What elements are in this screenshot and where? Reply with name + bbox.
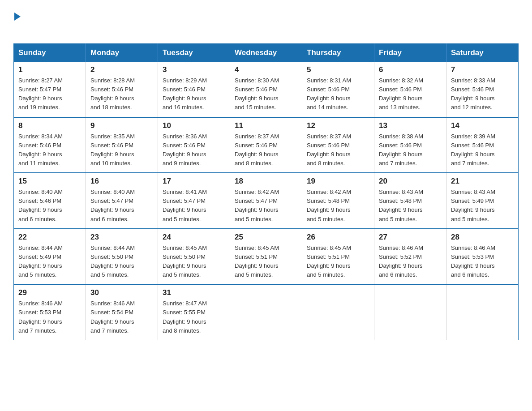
calendar-week-row: 15 Sunrise: 8:40 AM Sunset: 5:46 PM Dayl… [14,173,519,229]
day-info: Sunrise: 8:44 AM Sunset: 5:50 PM Dayligh… [90,244,153,280]
day-number: 24 [163,233,225,242]
calendar-cell [230,284,302,340]
day-info: Sunrise: 8:34 AM Sunset: 5:46 PM Dayligh… [18,132,81,168]
day-info: Sunrise: 8:37 AM Sunset: 5:46 PM Dayligh… [235,132,297,168]
calendar-cell [446,284,519,340]
day-number: 25 [235,233,297,242]
day-info: Sunrise: 8:36 AM Sunset: 5:46 PM Dayligh… [163,132,225,168]
calendar-cell: 17 Sunrise: 8:41 AM Sunset: 5:47 PM Dayl… [158,173,230,229]
day-number: 20 [379,177,442,186]
day-header-wednesday: Wednesday [230,44,302,62]
day-info: Sunrise: 8:30 AM Sunset: 5:46 PM Dayligh… [235,76,297,112]
calendar-cell: 2 Sunrise: 8:28 AM Sunset: 5:46 PM Dayli… [86,62,158,117]
calendar-cell: 30 Sunrise: 8:46 AM Sunset: 5:54 PM Dayl… [86,284,158,340]
day-number: 19 [307,177,369,186]
calendar-cell: 19 Sunrise: 8:42 AM Sunset: 5:48 PM Dayl… [302,173,374,229]
day-number: 8 [18,121,81,130]
calendar-cell: 8 Sunrise: 8:34 AM Sunset: 5:46 PM Dayli… [14,117,86,173]
day-number: 11 [235,121,297,130]
day-info: Sunrise: 8:43 AM Sunset: 5:49 PM Dayligh… [451,188,514,224]
day-number: 14 [451,121,514,130]
calendar-cell: 16 Sunrise: 8:40 AM Sunset: 5:47 PM Dayl… [86,173,158,229]
calendar-cell: 11 Sunrise: 8:37 AM Sunset: 5:46 PM Dayl… [230,117,302,173]
calendar-cell: 28 Sunrise: 8:46 AM Sunset: 5:53 PM Dayl… [446,229,519,285]
calendar-week-row: 1 Sunrise: 8:27 AM Sunset: 5:47 PM Dayli… [14,62,519,117]
day-info: Sunrise: 8:38 AM Sunset: 5:46 PM Dayligh… [379,132,442,168]
day-header-thursday: Thursday [302,44,374,62]
calendar-cell: 24 Sunrise: 8:45 AM Sunset: 5:50 PM Dayl… [158,229,230,285]
day-info: Sunrise: 8:28 AM Sunset: 5:46 PM Dayligh… [90,76,153,112]
calendar-cell: 6 Sunrise: 8:32 AM Sunset: 5:46 PM Dayli… [374,62,446,117]
calendar-cell [302,284,374,340]
calendar-cell: 5 Sunrise: 8:31 AM Sunset: 5:46 PM Dayli… [302,62,374,117]
calendar-cell: 20 Sunrise: 8:43 AM Sunset: 5:48 PM Dayl… [374,173,446,229]
day-number: 4 [235,65,297,74]
day-info: Sunrise: 8:27 AM Sunset: 5:47 PM Dayligh… [18,76,81,112]
day-info: Sunrise: 8:33 AM Sunset: 5:46 PM Dayligh… [451,76,514,112]
day-number: 29 [18,288,81,297]
calendar-cell: 7 Sunrise: 8:33 AM Sunset: 5:46 PM Dayli… [446,62,519,117]
calendar-cell: 12 Sunrise: 8:37 AM Sunset: 5:46 PM Dayl… [302,117,374,173]
day-number: 3 [163,65,225,74]
calendar-cell: 29 Sunrise: 8:46 AM Sunset: 5:53 PM Dayl… [14,284,86,340]
page-header [13,9,519,35]
day-info: Sunrise: 8:31 AM Sunset: 5:46 PM Dayligh… [307,76,369,112]
calendar-cell: 31 Sunrise: 8:47 AM Sunset: 5:55 PM Dayl… [158,284,230,340]
day-number: 15 [18,177,81,186]
day-info: Sunrise: 8:47 AM Sunset: 5:55 PM Dayligh… [163,299,225,335]
day-number: 31 [163,288,225,297]
day-header-friday: Friday [374,44,446,62]
day-number: 2 [90,65,153,74]
day-info: Sunrise: 8:42 AM Sunset: 5:48 PM Dayligh… [307,188,369,224]
calendar-cell: 10 Sunrise: 8:36 AM Sunset: 5:46 PM Dayl… [158,117,230,173]
calendar-week-row: 22 Sunrise: 8:44 AM Sunset: 5:49 PM Dayl… [14,229,519,285]
day-number: 9 [90,121,153,130]
day-info: Sunrise: 8:45 AM Sunset: 5:50 PM Dayligh… [163,244,225,280]
calendar-cell: 9 Sunrise: 8:35 AM Sunset: 5:46 PM Dayli… [86,117,158,173]
day-info: Sunrise: 8:46 AM Sunset: 5:53 PM Dayligh… [18,299,81,335]
calendar-cell: 23 Sunrise: 8:44 AM Sunset: 5:50 PM Dayl… [86,229,158,285]
day-info: Sunrise: 8:45 AM Sunset: 5:51 PM Dayligh… [307,244,369,280]
day-number: 6 [379,65,442,74]
day-header-saturday: Saturday [446,44,519,62]
day-number: 30 [90,288,153,297]
day-info: Sunrise: 8:37 AM Sunset: 5:46 PM Dayligh… [307,132,369,168]
day-info: Sunrise: 8:43 AM Sunset: 5:48 PM Dayligh… [379,188,442,224]
day-number: 16 [90,177,153,186]
calendar-cell: 3 Sunrise: 8:29 AM Sunset: 5:46 PM Dayli… [158,62,230,117]
day-header-sunday: Sunday [14,44,86,62]
calendar-cell: 15 Sunrise: 8:40 AM Sunset: 5:46 PM Dayl… [14,173,86,229]
day-number: 12 [307,121,369,130]
day-info: Sunrise: 8:44 AM Sunset: 5:49 PM Dayligh… [18,244,81,280]
day-info: Sunrise: 8:46 AM Sunset: 5:54 PM Dayligh… [90,299,153,335]
day-number: 23 [90,233,153,242]
day-info: Sunrise: 8:40 AM Sunset: 5:46 PM Dayligh… [18,188,81,224]
day-info: Sunrise: 8:41 AM Sunset: 5:47 PM Dayligh… [163,188,225,224]
day-number: 22 [18,233,81,242]
logo-arrow-icon [14,13,21,21]
day-number: 26 [307,233,369,242]
day-info: Sunrise: 8:42 AM Sunset: 5:47 PM Dayligh… [235,188,297,224]
day-header-monday: Monday [86,44,158,62]
day-number: 1 [18,65,81,74]
day-number: 10 [163,121,225,130]
calendar-week-row: 29 Sunrise: 8:46 AM Sunset: 5:53 PM Dayl… [14,284,519,340]
logo [13,9,21,35]
day-number: 18 [235,177,297,186]
calendar-cell: 26 Sunrise: 8:45 AM Sunset: 5:51 PM Dayl… [302,229,374,285]
calendar-cell: 22 Sunrise: 8:44 AM Sunset: 5:49 PM Dayl… [14,229,86,285]
calendar-cell [374,284,446,340]
calendar-cell: 13 Sunrise: 8:38 AM Sunset: 5:46 PM Dayl… [374,117,446,173]
calendar-header-row: SundayMondayTuesdayWednesdayThursdayFrid… [14,44,519,62]
day-info: Sunrise: 8:32 AM Sunset: 5:46 PM Dayligh… [379,76,442,112]
calendar-cell: 1 Sunrise: 8:27 AM Sunset: 5:47 PM Dayli… [14,62,86,117]
day-info: Sunrise: 8:46 AM Sunset: 5:53 PM Dayligh… [451,244,514,280]
day-number: 13 [379,121,442,130]
calendar-cell: 21 Sunrise: 8:43 AM Sunset: 5:49 PM Dayl… [446,173,519,229]
calendar-week-row: 8 Sunrise: 8:34 AM Sunset: 5:46 PM Dayli… [14,117,519,173]
day-number: 5 [307,65,369,74]
calendar-cell: 18 Sunrise: 8:42 AM Sunset: 5:47 PM Dayl… [230,173,302,229]
calendar-table: SundayMondayTuesdayWednesdayThursdayFrid… [13,43,519,340]
day-header-tuesday: Tuesday [158,44,230,62]
day-info: Sunrise: 8:35 AM Sunset: 5:46 PM Dayligh… [90,132,153,168]
